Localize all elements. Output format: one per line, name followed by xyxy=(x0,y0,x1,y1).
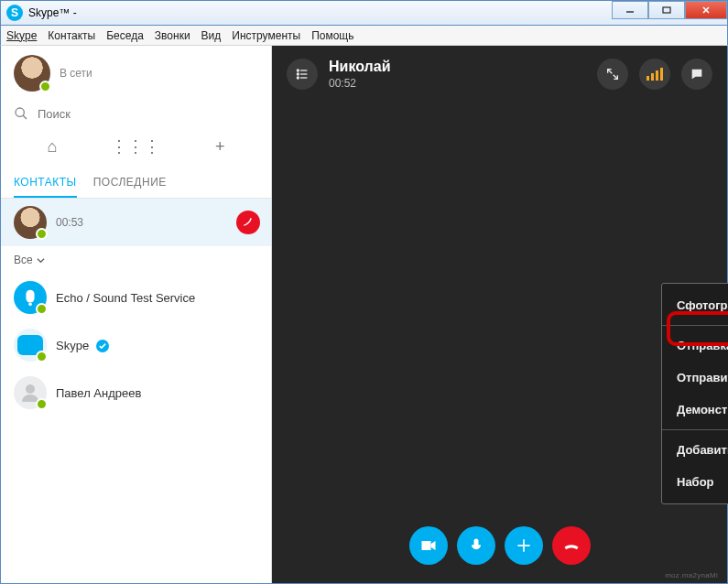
home-icon[interactable]: ⌂ xyxy=(38,135,66,157)
menu-separator xyxy=(662,325,728,326)
svg-rect-1 xyxy=(663,7,670,13)
window-title: Skype™ - xyxy=(28,6,77,19)
presence-online-icon xyxy=(36,228,48,240)
contact-name: Павел Андреев xyxy=(56,386,141,400)
window-titlebar: S Skype™ - xyxy=(0,0,728,26)
menu-contacts[interactable]: Контакты xyxy=(48,29,95,42)
verified-icon xyxy=(96,340,109,352)
self-avatar xyxy=(14,55,50,92)
presence-online-icon xyxy=(36,351,48,362)
conversation-list-button[interactable] xyxy=(287,59,318,90)
watermark: moz.ma2ynaMi xyxy=(665,571,718,579)
mini-hangup-button[interactable] xyxy=(236,211,260,234)
menu-skype[interactable]: Skype xyxy=(6,29,37,42)
plus-button[interactable] xyxy=(505,526,543,565)
contact-name: Echo / Sound Test Service xyxy=(56,291,195,305)
svg-point-10 xyxy=(297,73,299,75)
svg-point-4 xyxy=(16,108,24,116)
sidebar: В сети ⌂ ⋮⋮⋮ + КОНТАКТЫ ПОСЛЕДНИЕ 00:53 xyxy=(1,46,272,583)
active-call-duration: 00:53 xyxy=(56,216,83,229)
search-icon xyxy=(14,106,28,121)
sidebar-nav: ⌂ ⋮⋮⋮ + xyxy=(1,130,271,167)
filter-label: Все xyxy=(14,254,33,266)
active-call-item[interactable]: 00:53 xyxy=(1,199,271,246)
menu-share-screen[interactable]: Демонстрация экрана... xyxy=(662,394,728,426)
call-peer-name: Николай xyxy=(329,59,390,75)
menu-calls[interactable]: Звонки xyxy=(155,29,190,42)
svg-point-8 xyxy=(297,70,299,71)
dialpad-icon[interactable]: ⋮⋮⋮ xyxy=(122,135,149,157)
window-maximize-button[interactable] xyxy=(648,1,685,19)
video-button[interactable] xyxy=(409,526,448,565)
signal-icon xyxy=(647,68,663,81)
call-header: Николай 00:52 xyxy=(272,46,727,103)
contact-avatar xyxy=(14,329,47,362)
contacts-filter[interactable]: Все xyxy=(1,246,271,274)
hangup-button[interactable] xyxy=(552,526,591,565)
self-status: В сети xyxy=(60,67,92,80)
contact-avatar xyxy=(14,281,47,314)
sidebar-tabs: КОНТАКТЫ ПОСЛЕДНИЕ xyxy=(1,167,271,199)
call-avatar xyxy=(14,206,47,239)
contact-item[interactable]: Skype xyxy=(1,321,271,369)
presence-online-icon xyxy=(36,398,48,410)
mute-button[interactable] xyxy=(457,526,495,565)
self-profile[interactable]: В сети xyxy=(1,46,271,101)
window-minimize-button[interactable] xyxy=(612,1,648,19)
menu-tools[interactable]: Инструменты xyxy=(232,29,300,42)
menu-help[interactable]: Помощь xyxy=(311,29,353,42)
contact-item[interactable]: Павел Андреев xyxy=(1,369,271,416)
call-controls xyxy=(272,526,727,565)
menu-send-files[interactable]: Отправка файлов... xyxy=(662,330,728,362)
search-input[interactable] xyxy=(38,107,258,121)
svg-point-12 xyxy=(297,77,299,79)
chevron-down-icon xyxy=(37,256,45,265)
menu-separator xyxy=(662,429,728,430)
chat-button[interactable] xyxy=(681,59,712,90)
menu-dial[interactable]: Набор xyxy=(662,466,728,498)
contact-item[interactable]: Echo / Sound Test Service xyxy=(1,274,271,321)
presence-online-icon xyxy=(36,303,48,315)
call-duration: 00:52 xyxy=(329,77,390,90)
skype-logo-icon: S xyxy=(6,5,23,21)
menubar: Skype Контакты Беседа Звонки Вид Инструм… xyxy=(0,26,728,46)
call-area: Николай 00:52 Сфотографировать... Отправ… xyxy=(272,46,727,583)
contact-name: Skype xyxy=(56,339,109,352)
tab-recent[interactable]: ПОСЛЕДНИЕ xyxy=(93,170,167,198)
fullscreen-button[interactable] xyxy=(597,59,628,90)
contact-avatar xyxy=(14,376,47,409)
tab-contacts[interactable]: КОНТАКТЫ xyxy=(14,170,77,198)
contacts-list: Echo / Sound Test Service Skype Павел Ан… xyxy=(1,274,271,583)
search-bar[interactable] xyxy=(1,101,271,130)
svg-point-6 xyxy=(28,303,32,307)
menu-conversation[interactable]: Беседа xyxy=(106,29,144,42)
svg-point-7 xyxy=(26,384,35,394)
presence-online-icon xyxy=(39,81,51,92)
window-close-button[interactable] xyxy=(685,1,727,19)
menu-send-contacts[interactable]: Отправить контакты... xyxy=(662,362,728,394)
plus-menu-popup: Сфотографировать... Отправка файлов... О… xyxy=(661,283,728,504)
svg-line-5 xyxy=(23,115,27,119)
call-quality-button[interactable] xyxy=(639,59,670,90)
menu-add-participants[interactable]: Добавить участников к этому звонку... xyxy=(662,434,728,466)
menu-view[interactable]: Вид xyxy=(201,29,222,42)
menu-take-snapshot[interactable]: Сфотографировать... xyxy=(662,289,728,321)
add-icon[interactable]: + xyxy=(206,135,234,157)
